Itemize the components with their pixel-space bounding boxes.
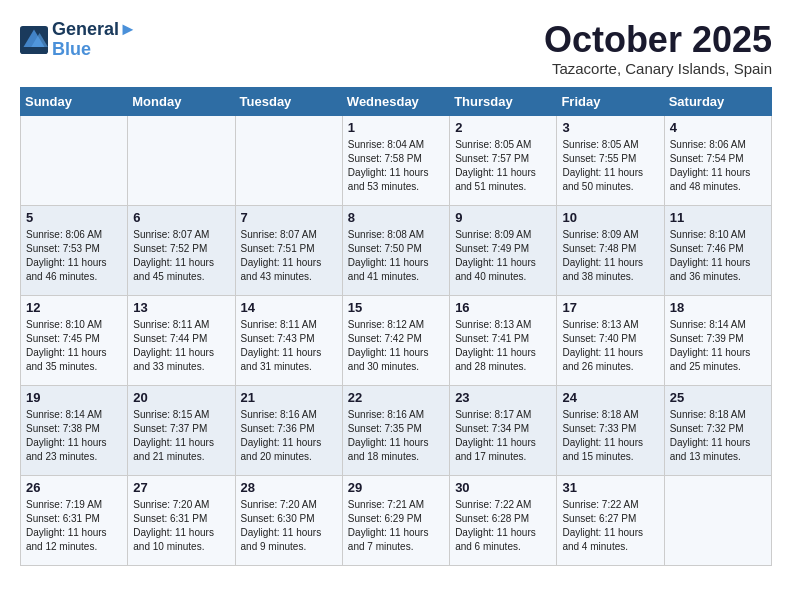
day-number: 11 [670,210,766,225]
day-detail: Sunrise: 8:17 AM Sunset: 7:34 PM Dayligh… [455,408,551,464]
calendar-cell [128,115,235,205]
day-number: 2 [455,120,551,135]
day-detail: Sunrise: 8:04 AM Sunset: 7:58 PM Dayligh… [348,138,444,194]
day-number: 14 [241,300,337,315]
day-detail: Sunrise: 8:14 AM Sunset: 7:38 PM Dayligh… [26,408,122,464]
day-detail: Sunrise: 7:19 AM Sunset: 6:31 PM Dayligh… [26,498,122,554]
day-detail: Sunrise: 7:20 AM Sunset: 6:31 PM Dayligh… [133,498,229,554]
calendar-cell: 5Sunrise: 8:06 AM Sunset: 7:53 PM Daylig… [21,205,128,295]
day-number: 24 [562,390,658,405]
calendar-cell: 4Sunrise: 8:06 AM Sunset: 7:54 PM Daylig… [664,115,771,205]
day-number: 8 [348,210,444,225]
day-detail: Sunrise: 8:15 AM Sunset: 7:37 PM Dayligh… [133,408,229,464]
day-of-week-header: Monday [128,87,235,115]
calendar-cell [21,115,128,205]
day-detail: Sunrise: 8:11 AM Sunset: 7:44 PM Dayligh… [133,318,229,374]
day-of-week-header: Tuesday [235,87,342,115]
day-detail: Sunrise: 8:11 AM Sunset: 7:43 PM Dayligh… [241,318,337,374]
day-of-week-header: Thursday [450,87,557,115]
day-number: 17 [562,300,658,315]
day-detail: Sunrise: 8:14 AM Sunset: 7:39 PM Dayligh… [670,318,766,374]
calendar-cell: 21Sunrise: 8:16 AM Sunset: 7:36 PM Dayli… [235,385,342,475]
calendar-cell: 29Sunrise: 7:21 AM Sunset: 6:29 PM Dayli… [342,475,449,565]
day-detail: Sunrise: 8:10 AM Sunset: 7:45 PM Dayligh… [26,318,122,374]
calendar-cell: 10Sunrise: 8:09 AM Sunset: 7:48 PM Dayli… [557,205,664,295]
day-number: 31 [562,480,658,495]
calendar-cell: 2Sunrise: 8:05 AM Sunset: 7:57 PM Daylig… [450,115,557,205]
calendar-cell: 19Sunrise: 8:14 AM Sunset: 7:38 PM Dayli… [21,385,128,475]
calendar-week-row: 5Sunrise: 8:06 AM Sunset: 7:53 PM Daylig… [21,205,772,295]
day-number: 30 [455,480,551,495]
day-detail: Sunrise: 8:13 AM Sunset: 7:41 PM Dayligh… [455,318,551,374]
calendar-table: SundayMondayTuesdayWednesdayThursdayFrid… [20,87,772,566]
day-number: 5 [26,210,122,225]
day-detail: Sunrise: 7:22 AM Sunset: 6:27 PM Dayligh… [562,498,658,554]
day-detail: Sunrise: 7:21 AM Sunset: 6:29 PM Dayligh… [348,498,444,554]
calendar-cell: 24Sunrise: 8:18 AM Sunset: 7:33 PM Dayli… [557,385,664,475]
day-number: 9 [455,210,551,225]
day-number: 4 [670,120,766,135]
day-detail: Sunrise: 8:10 AM Sunset: 7:46 PM Dayligh… [670,228,766,284]
day-detail: Sunrise: 7:20 AM Sunset: 6:30 PM Dayligh… [241,498,337,554]
calendar-cell: 25Sunrise: 8:18 AM Sunset: 7:32 PM Dayli… [664,385,771,475]
day-number: 12 [26,300,122,315]
day-number: 16 [455,300,551,315]
month-title: October 2025 [544,20,772,60]
calendar-week-row: 1Sunrise: 8:04 AM Sunset: 7:58 PM Daylig… [21,115,772,205]
calendar-cell: 13Sunrise: 8:11 AM Sunset: 7:44 PM Dayli… [128,295,235,385]
day-number: 25 [670,390,766,405]
day-number: 26 [26,480,122,495]
calendar-cell: 16Sunrise: 8:13 AM Sunset: 7:41 PM Dayli… [450,295,557,385]
calendar-cell: 8Sunrise: 8:08 AM Sunset: 7:50 PM Daylig… [342,205,449,295]
calendar-cell: 14Sunrise: 8:11 AM Sunset: 7:43 PM Dayli… [235,295,342,385]
calendar-cell: 9Sunrise: 8:09 AM Sunset: 7:49 PM Daylig… [450,205,557,295]
day-detail: Sunrise: 8:18 AM Sunset: 7:32 PM Dayligh… [670,408,766,464]
day-of-week-header: Friday [557,87,664,115]
day-number: 20 [133,390,229,405]
calendar-cell: 22Sunrise: 8:16 AM Sunset: 7:35 PM Dayli… [342,385,449,475]
page-header: General► Blue October 2025 Tazacorte, Ca… [20,20,772,77]
calendar-week-row: 26Sunrise: 7:19 AM Sunset: 6:31 PM Dayli… [21,475,772,565]
day-of-week-header: Sunday [21,87,128,115]
calendar-cell: 12Sunrise: 8:10 AM Sunset: 7:45 PM Dayli… [21,295,128,385]
calendar-cell: 18Sunrise: 8:14 AM Sunset: 7:39 PM Dayli… [664,295,771,385]
day-detail: Sunrise: 8:05 AM Sunset: 7:55 PM Dayligh… [562,138,658,194]
day-number: 29 [348,480,444,495]
calendar-cell: 3Sunrise: 8:05 AM Sunset: 7:55 PM Daylig… [557,115,664,205]
day-number: 23 [455,390,551,405]
calendar-cell: 6Sunrise: 8:07 AM Sunset: 7:52 PM Daylig… [128,205,235,295]
calendar-cell [235,115,342,205]
calendar-cell: 17Sunrise: 8:13 AM Sunset: 7:40 PM Dayli… [557,295,664,385]
calendar-header-row: SundayMondayTuesdayWednesdayThursdayFrid… [21,87,772,115]
day-number: 18 [670,300,766,315]
calendar-cell: 15Sunrise: 8:12 AM Sunset: 7:42 PM Dayli… [342,295,449,385]
calendar-cell: 26Sunrise: 7:19 AM Sunset: 6:31 PM Dayli… [21,475,128,565]
calendar-cell [664,475,771,565]
day-detail: Sunrise: 8:09 AM Sunset: 7:49 PM Dayligh… [455,228,551,284]
calendar-cell: 27Sunrise: 7:20 AM Sunset: 6:31 PM Dayli… [128,475,235,565]
calendar-cell: 11Sunrise: 8:10 AM Sunset: 7:46 PM Dayli… [664,205,771,295]
day-detail: Sunrise: 8:07 AM Sunset: 7:51 PM Dayligh… [241,228,337,284]
day-number: 15 [348,300,444,315]
day-detail: Sunrise: 8:16 AM Sunset: 7:36 PM Dayligh… [241,408,337,464]
logo-text: General► Blue [52,20,137,60]
title-area: October 2025 Tazacorte, Canary Islands, … [544,20,772,77]
day-number: 27 [133,480,229,495]
day-number: 7 [241,210,337,225]
day-number: 13 [133,300,229,315]
day-detail: Sunrise: 8:06 AM Sunset: 7:54 PM Dayligh… [670,138,766,194]
day-detail: Sunrise: 8:07 AM Sunset: 7:52 PM Dayligh… [133,228,229,284]
day-number: 21 [241,390,337,405]
calendar-cell: 1Sunrise: 8:04 AM Sunset: 7:58 PM Daylig… [342,115,449,205]
calendar-week-row: 12Sunrise: 8:10 AM Sunset: 7:45 PM Dayli… [21,295,772,385]
day-detail: Sunrise: 8:06 AM Sunset: 7:53 PM Dayligh… [26,228,122,284]
day-number: 10 [562,210,658,225]
calendar-cell: 30Sunrise: 7:22 AM Sunset: 6:28 PM Dayli… [450,475,557,565]
logo-icon [20,26,48,54]
calendar-cell: 20Sunrise: 8:15 AM Sunset: 7:37 PM Dayli… [128,385,235,475]
day-number: 1 [348,120,444,135]
location-subtitle: Tazacorte, Canary Islands, Spain [544,60,772,77]
day-number: 3 [562,120,658,135]
calendar-cell: 28Sunrise: 7:20 AM Sunset: 6:30 PM Dayli… [235,475,342,565]
calendar-week-row: 19Sunrise: 8:14 AM Sunset: 7:38 PM Dayli… [21,385,772,475]
